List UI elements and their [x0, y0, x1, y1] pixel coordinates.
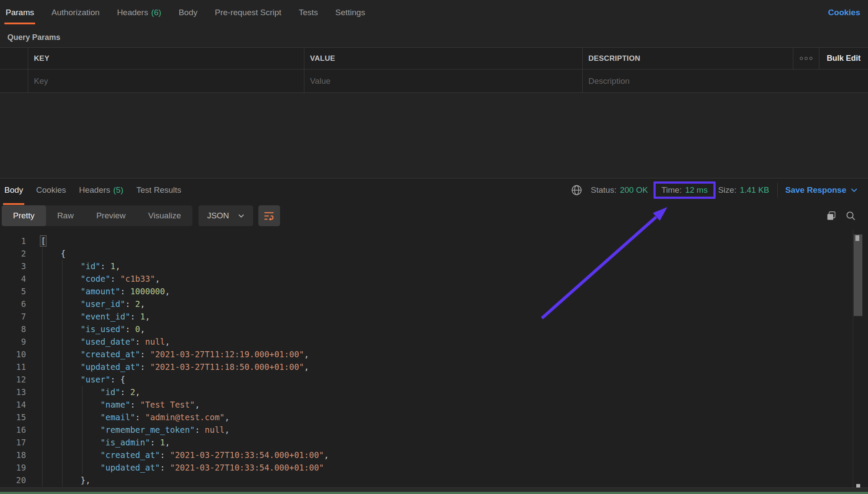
bottom-edge-accent: [0, 492, 868, 494]
response-meta: Status: 200 OK Time: 12 ms Size: 1.41 KB…: [571, 181, 858, 199]
params-header-handle-cell: [0, 48, 28, 69]
line-number: 9: [0, 336, 26, 348]
line-number: 15: [0, 411, 26, 424]
line-number: 18: [0, 449, 26, 461]
tab-tests[interactable]: Tests: [299, 0, 318, 25]
size-value: 1.41 KB: [740, 185, 769, 195]
code-line: 9 "used_date": null,: [0, 336, 851, 348]
tab-params[interactable]: Params: [6, 0, 34, 25]
query-params-title: Query Params: [7, 33, 60, 42]
param-value-input[interactable]: [310, 76, 582, 86]
tab-cookies[interactable]: Cookies: [36, 181, 66, 200]
tab-settings[interactable]: Settings: [335, 0, 365, 25]
cookies-link[interactable]: Cookies: [828, 0, 860, 25]
copy-icon: [826, 211, 837, 221]
code-text: "email": "admin@test.com",: [26, 411, 230, 424]
tab-test-results[interactable]: Test Results: [136, 181, 181, 200]
language-dropdown[interactable]: JSON: [198, 205, 253, 226]
param-row-handle-cell: [0, 69, 28, 92]
code-line: 12 "user": {: [0, 373, 851, 386]
vertical-scrollbar-thumb[interactable]: [854, 234, 862, 316]
line-number: 6: [0, 298, 26, 310]
code-text: "remember_me_token": null,: [26, 424, 230, 436]
time-value: 12 ms: [685, 185, 708, 195]
code-text: "user": {: [26, 373, 125, 386]
code-line: 4 "code": "c1b33",: [0, 273, 851, 285]
code-text: "user_id": 2,: [26, 298, 145, 310]
tab-authorization[interactable]: Authorization: [51, 0, 99, 25]
chevron-down-icon: [238, 214, 244, 218]
code-line: 6 "user_id": 2,: [0, 298, 851, 310]
params-header-row: KEY VALUE DESCRIPTION Bulk Edit: [0, 47, 868, 69]
tab-label: Params: [6, 8, 34, 17]
search-response-button[interactable]: [845, 211, 856, 221]
size-label: Size:: [718, 185, 736, 195]
code-text: "amount": 1000000,: [26, 285, 170, 298]
code-text: "id": 2,: [26, 386, 140, 398]
params-more-options-button[interactable]: [793, 48, 819, 69]
line-number: 19: [0, 461, 26, 474]
code-line: 13 "id": 2,: [0, 386, 851, 398]
tab-label: Body: [4, 185, 23, 195]
tab-headers[interactable]: Headers(6): [117, 0, 161, 25]
tab-label: Headers: [79, 185, 110, 195]
copy-response-button[interactable]: [826, 211, 837, 221]
view-preview[interactable]: Preview: [85, 205, 137, 226]
line-number: 12: [0, 373, 26, 386]
tab-headers[interactable]: Headers(5): [79, 181, 123, 200]
tab-label: Pre-request Script: [215, 8, 281, 17]
code-line: 20 },: [0, 474, 851, 487]
status-label: Status:: [591, 185, 617, 195]
code-line: 17 "is_admin": 1,: [0, 436, 851, 449]
tab-label: Tests: [299, 8, 318, 17]
code-line: 7 "event_id": 1,: [0, 310, 851, 323]
line-number: 16: [0, 424, 26, 436]
tab-label: Headers: [117, 8, 148, 17]
code-text: },: [26, 474, 90, 487]
wrap-text-button[interactable]: [258, 205, 280, 226]
response-body-json: 1[2 {3 "id": 1,4 "code": "c1b33",5 "amou…: [0, 235, 851, 487]
code-line: 14 "name": "Test Test",: [0, 398, 851, 411]
code-text: "code": "c1b33",: [26, 273, 160, 285]
line-number: 20: [0, 474, 26, 487]
tab-count-badge: (5): [113, 185, 123, 195]
line-number: 3: [0, 260, 26, 273]
code-text: "used_date": null,: [26, 336, 170, 348]
language-dropdown-value: JSON: [207, 211, 229, 221]
view-mode-segmented-control: PrettyRawPreviewVisualize: [2, 205, 192, 226]
network-globe-icon[interactable]: [571, 184, 582, 196]
code-line: 3 "id": 1,: [0, 260, 851, 273]
code-text: "event_id": 1,: [26, 310, 150, 323]
line-number: 11: [0, 361, 26, 373]
param-description-input[interactable]: [588, 76, 868, 86]
bottom-bar: [0, 487, 868, 494]
code-text: "created_at": "2021-03-27T11:12:19.000+0…: [26, 348, 309, 361]
code-line: 16 "remember_me_token": null,: [0, 424, 851, 436]
bulk-edit-button[interactable]: Bulk Edit: [819, 48, 868, 69]
tab-pre-request-script[interactable]: Pre-request Script: [215, 0, 281, 25]
more-options-icon: [800, 57, 812, 60]
tab-label: Settings: [335, 8, 365, 17]
code-line: 11 "updated_at": "2021-03-27T11:18:50.00…: [0, 361, 851, 373]
wrap-text-icon: [263, 210, 275, 222]
code-text: "is_admin": 1,: [26, 436, 170, 449]
code-text: "created_at": "2021-03-27T10:33:54.000+0…: [26, 449, 329, 461]
save-response-button[interactable]: Save Response: [785, 185, 846, 195]
params-input-row: [0, 69, 868, 93]
tab-body[interactable]: Body: [4, 181, 23, 200]
status-value: 200 OK: [620, 185, 648, 195]
view-visualize[interactable]: Visualize: [137, 205, 192, 226]
tab-body[interactable]: Body: [178, 0, 197, 25]
code-text: "updated_at": "2021-03-27T10:33:54.000+0…: [26, 461, 324, 474]
view-pretty[interactable]: Pretty: [2, 205, 46, 226]
code-text: "is_used": 0,: [26, 323, 145, 336]
param-key-input[interactable]: [34, 76, 304, 86]
save-response-chevron-down-icon[interactable]: [851, 188, 858, 192]
scrollbar-marker: [855, 235, 859, 241]
value-column-header: VALUE: [304, 48, 582, 69]
view-raw[interactable]: Raw: [46, 205, 85, 226]
code-text: "updated_at": "2021-03-27T11:18:50.000+0…: [26, 361, 309, 373]
line-number: 17: [0, 436, 26, 449]
code-line: 19 "updated_at": "2021-03-27T10:33:54.00…: [0, 461, 851, 474]
tab-label: Body: [178, 8, 197, 17]
